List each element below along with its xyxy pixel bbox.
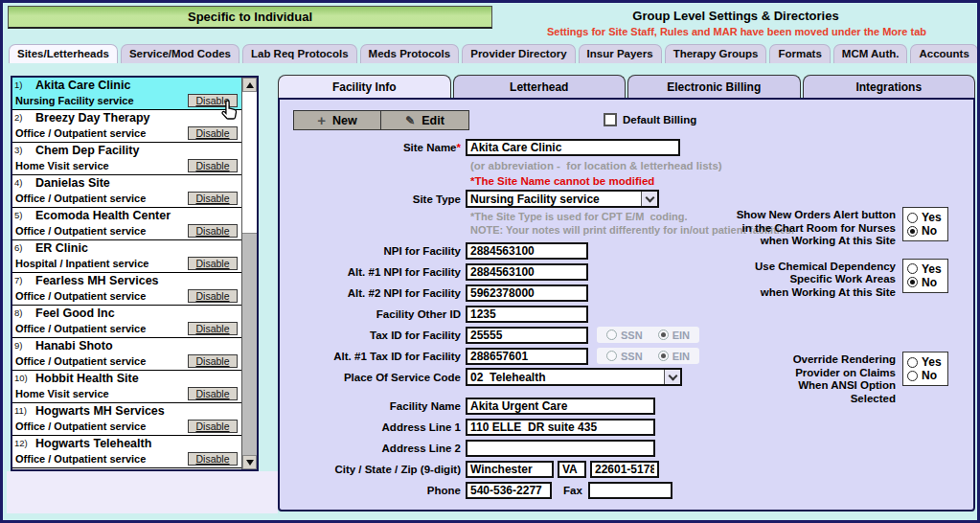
site-list-item[interactable]: 8) Feel Good Inc Office / Outpatient ser… — [12, 306, 241, 338]
fax-input[interactable] — [588, 482, 672, 499]
disable-button[interactable]: Disable — [188, 192, 238, 205]
site-type-dropdown[interactable]: Nursing Facility service — [466, 190, 659, 208]
up-arrow-icon — [246, 82, 254, 88]
disable-button[interactable]: Disable — [188, 289, 238, 303]
no-radio[interactable] — [907, 226, 918, 237]
facility-tab-electronic-billing[interactable]: Electronic Billing — [627, 75, 801, 98]
no-radio[interactable] — [907, 277, 918, 287]
option-label-line: in the Chart Room for Nurses — [737, 222, 896, 236]
site-name: Akita Care Clinic — [35, 79, 130, 92]
disable-button[interactable]: Disable — [188, 126, 238, 140]
default-billing-checkbox[interactable] — [604, 113, 617, 126]
site-list-item[interactable]: 12) Hogwarts Telehealth Office / Outpati… — [12, 436, 241, 468]
section-header-individual: Specific to Individual — [8, 6, 492, 29]
alt1-npi-label: Alt. #1 NPI for Facility — [282, 266, 466, 278]
site-name: Feel Good Inc — [35, 307, 115, 320]
state-input[interactable] — [558, 461, 586, 478]
site-list-item[interactable]: 2) Breezy Day Therapy Office / Outpatien… — [12, 110, 241, 143]
site-list-item[interactable]: 5) Ecomoda Health Center Office / Outpat… — [12, 208, 241, 240]
site-list-item[interactable]: 10) Hobbit Health Site Home Visit servic… — [12, 371, 241, 403]
npi-input[interactable] — [466, 242, 588, 260]
facility-tab-integrations[interactable]: Integrations — [803, 75, 976, 98]
main-tab-provider-directory[interactable]: Provider Directory — [462, 44, 575, 63]
main-tab-meds-protocols[interactable]: Meds Protocols — [360, 44, 460, 63]
edit-button-label: Edit — [422, 114, 444, 127]
main-tab-service-mod-codes[interactable]: Service/Mod Codes — [121, 44, 239, 63]
site-list-item[interactable]: 6) ER Clinic Hospital / Inpatient servic… — [12, 240, 241, 273]
site-list-item[interactable]: 4) Danielas Site Office / Outpatient ser… — [12, 175, 241, 208]
site-list-item[interactable]: 9) Hanabi Shoto Office / Outpatient serv… — [12, 338, 241, 371]
site-number: 7) — [14, 274, 35, 285]
zip-input[interactable] — [590, 461, 659, 478]
yes-radio[interactable] — [907, 263, 918, 274]
site-list-scrollbar[interactable] — [241, 78, 257, 469]
tax-id-label: Tax ID for Facility — [282, 330, 466, 341]
site-list-item[interactable]: 7) Fearless MH Services Office / Outpati… — [12, 273, 241, 306]
scrollbar-down-button[interactable] — [242, 455, 257, 469]
scrollbar-track[interactable] — [242, 234, 257, 455]
ssn-radio[interactable] — [606, 351, 617, 361]
disable-button[interactable]: Disable — [188, 420, 238, 433]
site-service-type: Office / Outpatient service — [15, 323, 146, 334]
ssn-radio[interactable] — [606, 330, 617, 340]
yes-no-radio-group[interactable]: Yes No — [902, 352, 948, 386]
phone-input[interactable] — [466, 482, 552, 499]
site-name-input[interactable] — [466, 139, 680, 156]
yes-no-radio-group[interactable]: Yes No — [902, 207, 948, 241]
main-tab-sites-letterheads[interactable]: Sites/Letterheads — [9, 44, 118, 63]
tax-id-input[interactable] — [466, 327, 588, 344]
disable-button[interactable]: Disable — [188, 224, 238, 238]
disable-button[interactable]: Disable — [188, 354, 238, 368]
new-button[interactable]: + New — [293, 110, 381, 130]
site-service-type: Hospital / Inpatient service — [15, 258, 148, 269]
option-label-line: Selected — [793, 393, 896, 406]
other-id-input[interactable] — [466, 306, 588, 323]
yes-radio[interactable] — [907, 357, 918, 368]
main-tab-therapy-groups[interactable]: Therapy Groups — [665, 44, 767, 63]
main-tab-formats[interactable]: Formats — [769, 44, 830, 63]
alt1-tax-id-input[interactable] — [466, 348, 588, 365]
yes-no-option: Override RenderingProvider on ClaimsWhen… — [627, 352, 948, 405]
main-tab-lab-req-protocols[interactable]: Lab Req Protocols — [242, 44, 357, 63]
scrollbar-up-button[interactable] — [242, 78, 257, 92]
disable-button[interactable]: Disable — [188, 94, 238, 107]
site-list-item[interactable]: 3) Chem Dep Facility Home Visit service … — [12, 143, 241, 175]
site-name: Fearless MH Services — [35, 274, 159, 287]
site-number: 2) — [14, 111, 35, 123]
no-label: No — [922, 369, 937, 382]
alt1-npi-input[interactable] — [466, 263, 588, 281]
scrollbar-thumb[interactable] — [242, 92, 257, 234]
yes-radio[interactable] — [907, 213, 918, 223]
main-tab-insur-payers[interactable]: Insur Payers — [579, 44, 662, 63]
yes-no-radio-group[interactable]: Yes No — [902, 259, 948, 293]
disable-button[interactable]: Disable — [188, 452, 238, 466]
city-input[interactable] — [466, 461, 554, 478]
site-list-item[interactable]: 11) Hogwarts MH Services Office / Outpat… — [12, 403, 241, 436]
disable-button[interactable]: Disable — [188, 322, 238, 335]
main-tab-accounts[interactable]: Accounts — [910, 44, 977, 63]
city-state-zip-label: City / State / Zip (9-digit) — [282, 464, 466, 475]
address-line1-input[interactable] — [466, 419, 655, 436]
disable-button[interactable]: Disable — [188, 159, 238, 172]
option-label-line: when Working At this Site — [737, 235, 896, 248]
site-service-type: Office / Outpatient service — [15, 453, 146, 465]
yes-label: Yes — [922, 211, 942, 224]
site-service-type: Nursing Facility service — [15, 95, 134, 106]
disable-button[interactable]: Disable — [188, 257, 238, 270]
edit-button[interactable]: ✎ Edit — [381, 110, 469, 130]
site-number: 1) — [14, 79, 35, 90]
facility-tab-letterhead[interactable]: Letterhead — [453, 75, 627, 98]
site-number: 11) — [14, 404, 35, 416]
no-radio[interactable] — [907, 371, 918, 381]
record-toolbar: + New ✎ Edit — [293, 110, 469, 130]
pos-code-label: Place Of Service Code — [282, 372, 466, 383]
main-tab-mcm-auth-[interactable]: MCM Auth. — [833, 44, 908, 63]
site-service-type: Office / Outpatient service — [15, 193, 146, 204]
facility-tab-facility-info[interactable]: Facility Info — [278, 75, 451, 98]
address-line2-input[interactable] — [466, 440, 655, 457]
site-type-label: Site Type — [282, 193, 466, 205]
alt2-npi-input[interactable] — [466, 284, 588, 302]
default-billing-label: Default Billing — [623, 114, 696, 125]
disable-button[interactable]: Disable — [188, 387, 238, 400]
site-list-item[interactable]: 1) Akita Care Clinic Nursing Facility se… — [12, 78, 241, 110]
